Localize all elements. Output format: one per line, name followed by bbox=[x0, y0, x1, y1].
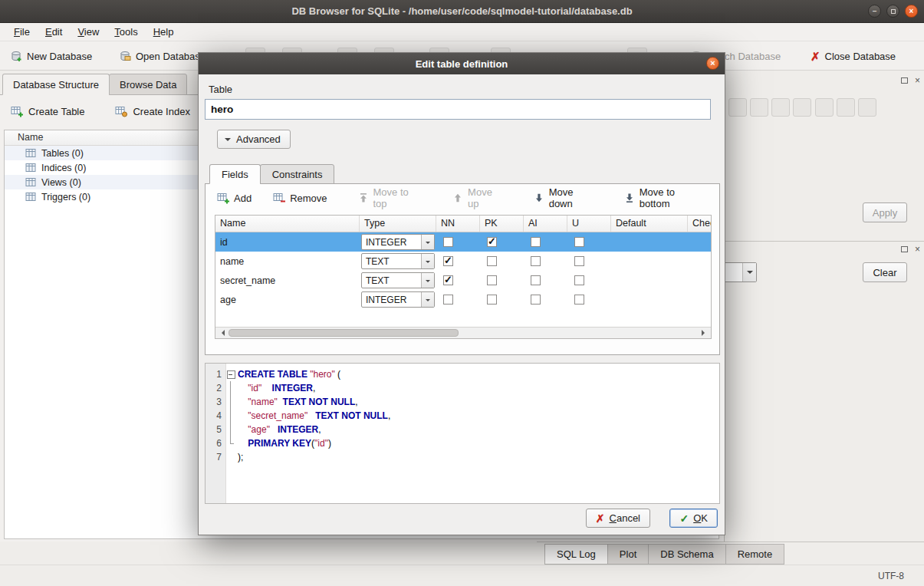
menu-item[interactable]: Help bbox=[146, 24, 182, 40]
cell-editor-toolbar-icon[interactable] bbox=[815, 98, 834, 117]
clear-button[interactable]: Clear bbox=[863, 262, 907, 282]
field-default-cell[interactable] bbox=[611, 232, 688, 252]
chevron-down-icon[interactable] bbox=[421, 273, 434, 288]
tab-constraints[interactable]: Constraints bbox=[260, 164, 335, 184]
grid-column-header[interactable]: Default bbox=[611, 216, 688, 232]
nn-checkbox[interactable] bbox=[443, 237, 453, 247]
field-check-cell[interactable] bbox=[688, 252, 711, 271]
u-checkbox[interactable] bbox=[574, 295, 584, 305]
field-name-cell[interactable]: id bbox=[215, 232, 360, 252]
field-type-combobox[interactable]: INTEGER bbox=[361, 291, 435, 308]
scroll-left-icon[interactable] bbox=[215, 328, 228, 338]
ai-checkbox[interactable] bbox=[531, 256, 541, 266]
pk-checkbox[interactable] bbox=[487, 295, 497, 305]
cell-editor-toolbar-icon[interactable] bbox=[728, 98, 747, 117]
tab-browse-data[interactable]: Browse Data bbox=[109, 74, 187, 95]
grid-column-header[interactable]: AI bbox=[524, 216, 567, 232]
ai-checkbox[interactable] bbox=[531, 295, 541, 305]
fold-marker[interactable] bbox=[225, 381, 236, 395]
nn-checkbox[interactable] bbox=[443, 256, 453, 266]
field-check-cell[interactable] bbox=[688, 271, 711, 290]
field-type-combobox[interactable]: TEXT bbox=[361, 253, 435, 269]
open-database-button[interactable]: Open Database bbox=[113, 45, 211, 67]
fold-marker[interactable] bbox=[225, 367, 236, 381]
cell-editor-toolbar-icon[interactable] bbox=[858, 98, 876, 117]
scroll-right-icon[interactable] bbox=[699, 328, 711, 338]
ai-checkbox[interactable] bbox=[531, 237, 541, 247]
fold-marker[interactable] bbox=[225, 395, 236, 409]
move-to-bottom-button[interactable]: Move to bottom bbox=[620, 183, 712, 212]
fold-marker[interactable] bbox=[225, 409, 236, 423]
field-row[interactable]: name TEXT bbox=[215, 252, 711, 271]
chevron-down-icon[interactable] bbox=[421, 292, 434, 307]
menu-item[interactable]: Tools bbox=[107, 24, 145, 40]
ai-checkbox[interactable] bbox=[531, 275, 541, 285]
field-name-cell[interactable]: age bbox=[215, 290, 360, 309]
u-checkbox[interactable] bbox=[574, 275, 584, 285]
field-row[interactable]: id INTEGER bbox=[215, 232, 711, 252]
grid-column-header[interactable]: Name bbox=[215, 216, 360, 232]
fold-marker[interactable] bbox=[225, 450, 236, 464]
move-down-button[interactable]: Move down bbox=[530, 183, 603, 212]
fold-marker[interactable] bbox=[225, 436, 236, 450]
bottom-tab[interactable]: Remote bbox=[725, 544, 785, 565]
chevron-down-icon[interactable] bbox=[421, 235, 434, 249]
u-checkbox[interactable] bbox=[574, 237, 584, 247]
fold-marker[interactable] bbox=[225, 423, 236, 436]
bottom-tab[interactable]: Plot bbox=[607, 544, 649, 565]
cell-editor-toolbar-icon[interactable] bbox=[793, 98, 811, 117]
bottom-tab[interactable]: SQL Log bbox=[544, 544, 608, 565]
field-default-cell[interactable] bbox=[611, 290, 688, 309]
pk-checkbox[interactable] bbox=[487, 275, 497, 285]
field-check-cell[interactable] bbox=[688, 290, 711, 309]
table-name-input[interactable] bbox=[205, 99, 711, 120]
dock-float-icon[interactable] bbox=[901, 246, 908, 252]
horizontal-scrollbar[interactable] bbox=[215, 327, 711, 338]
nn-checkbox[interactable] bbox=[443, 275, 453, 285]
close-button[interactable]: × bbox=[905, 5, 918, 18]
grid-column-header[interactable]: U bbox=[567, 216, 611, 232]
new-database-button[interactable]: New Database bbox=[5, 45, 97, 67]
remove-field-button[interactable]: Remove bbox=[269, 189, 330, 207]
field-row[interactable]: secret_name TEXT bbox=[215, 271, 711, 290]
cell-editor-toolbar-icon[interactable] bbox=[750, 98, 768, 117]
grid-column-header[interactable]: Check bbox=[688, 216, 711, 232]
cancel-button[interactable]: ✗ Cancel bbox=[586, 509, 650, 528]
field-name-cell[interactable]: name bbox=[215, 252, 360, 271]
cell-editor-toolbar-icon[interactable] bbox=[837, 98, 855, 117]
u-checkbox[interactable] bbox=[574, 256, 584, 266]
menu-item[interactable]: File bbox=[6, 24, 38, 40]
apply-button[interactable]: Apply bbox=[863, 202, 907, 222]
field-type-combobox[interactable]: INTEGER bbox=[361, 234, 435, 250]
nn-checkbox[interactable] bbox=[443, 295, 453, 305]
add-field-button[interactable]: Add bbox=[213, 189, 255, 207]
move-up-button[interactable]: Move up bbox=[449, 183, 510, 212]
field-row[interactable]: age INTEGER bbox=[215, 290, 711, 309]
create-index-button[interactable]: Create Index bbox=[110, 102, 194, 120]
chevron-down-icon[interactable] bbox=[421, 254, 434, 268]
scrollbar-thumb[interactable] bbox=[229, 329, 459, 337]
dock-close-icon[interactable]: × bbox=[915, 76, 920, 85]
bottom-tab[interactable]: DB Schema bbox=[648, 544, 725, 565]
encoding-indicator[interactable]: UTF-8 bbox=[878, 571, 904, 581]
maximize-button[interactable] bbox=[886, 5, 899, 18]
dock-float-icon[interactable] bbox=[901, 77, 908, 84]
grid-column-header[interactable]: PK bbox=[480, 216, 524, 232]
ok-button[interactable]: ✓ OK bbox=[669, 509, 718, 528]
field-name-cell[interactable]: secret_name bbox=[215, 271, 360, 290]
dialog-close-button[interactable]: × bbox=[706, 57, 719, 70]
field-default-cell[interactable] bbox=[611, 252, 688, 271]
menu-item[interactable]: Edit bbox=[38, 24, 70, 40]
pk-checkbox[interactable] bbox=[487, 256, 497, 266]
pk-checkbox[interactable] bbox=[487, 237, 497, 247]
close-database-button[interactable]: ✗ Close Database bbox=[805, 45, 901, 67]
field-check-cell[interactable] bbox=[688, 232, 711, 252]
menu-item[interactable]: View bbox=[70, 24, 107, 40]
move-to-top-button[interactable]: Move to top bbox=[354, 183, 429, 212]
dock-close-icon[interactable]: × bbox=[915, 245, 920, 254]
tab-database-structure[interactable]: Database Structure bbox=[2, 74, 110, 95]
advanced-toggle-button[interactable]: Advanced bbox=[217, 130, 291, 149]
tab-fields[interactable]: Fields bbox=[209, 164, 261, 184]
field-default-cell[interactable] bbox=[611, 271, 688, 290]
grid-column-header[interactable]: Type bbox=[360, 216, 436, 232]
